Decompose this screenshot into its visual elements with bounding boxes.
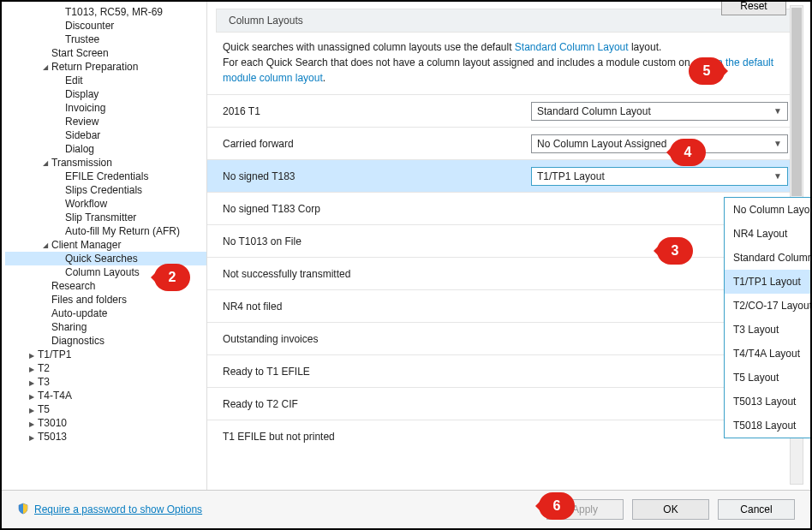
tree-item[interactable]: Sharing: [5, 320, 206, 334]
quick-search-label: Ready to T1 EFILE: [223, 366, 793, 378]
tree-item[interactable]: Slips Credentials: [5, 183, 206, 197]
tree-item[interactable]: Start Screen: [5, 46, 206, 60]
column-layout-dropdown[interactable]: No Column Layout AssignedNR4 LayoutStand…: [724, 197, 810, 438]
dropdown-option[interactable]: T3 Layout: [725, 318, 810, 342]
tree-item[interactable]: T2: [5, 361, 206, 375]
caret-closed-icon[interactable]: [29, 348, 38, 360]
dropdown-option[interactable]: Standard Column Layout: [725, 246, 810, 270]
tree-item[interactable]: Dialog: [5, 142, 206, 156]
tree-item-label: Edit: [65, 74, 83, 86]
require-password-link[interactable]: Require a password to show Options: [34, 503, 202, 515]
tree-item-label: Invoicing: [65, 102, 105, 114]
callout-4: 4: [670, 139, 706, 166]
callout-5: 5: [689, 57, 725, 85]
options-tree[interactable]: T1013, RC59, MR-69DiscounterTrusteeStart…: [2, 2, 207, 490]
callout-2: 2: [154, 264, 190, 291]
tree-item-label: Slips Credentials: [65, 184, 142, 196]
tree-item-label: Auto-update: [51, 307, 107, 319]
tree-item[interactable]: Display: [5, 87, 206, 101]
tree-item[interactable]: Auto-fill My Return (AFR): [5, 224, 206, 238]
tree-item-label: T3010: [38, 417, 67, 429]
quick-search-label: Ready to T2 CIF: [223, 398, 793, 410]
tree-item-label: Quick Searches: [65, 253, 138, 265]
dropdown-option[interactable]: T5 Layout: [725, 366, 810, 390]
caret-closed-icon[interactable]: [29, 376, 38, 388]
quick-search-label: Outstanding invoices: [223, 333, 793, 345]
caret-open-icon[interactable]: [43, 61, 51, 73]
tree-item-label: T5: [38, 403, 50, 415]
callout-6: 6: [539, 492, 575, 520]
reset-button[interactable]: Reset: [721, 2, 786, 15]
shield-icon: [17, 503, 29, 517]
tree-item[interactable]: Workflow: [5, 197, 206, 211]
quick-search-row: T1 EFILE but not printed: [207, 420, 793, 452]
select-value: Standard Column Layout: [537, 105, 651, 117]
tree-item[interactable]: T1013, RC59, MR-69: [5, 5, 206, 19]
tree-item-label: T1/TP1: [38, 348, 71, 360]
caret-closed-icon[interactable]: [29, 362, 38, 374]
column-layout-select[interactable]: T1/TP1 Layout▼: [531, 167, 788, 186]
select-value: No Column Layout Assigned: [537, 138, 666, 150]
quick-search-label: Not successfully transmitted: [223, 268, 793, 280]
tree-item[interactable]: T5013: [5, 430, 206, 444]
tree-item[interactable]: Client Manager: [5, 238, 206, 252]
tree-item[interactable]: Invoicing: [5, 101, 206, 115]
tree-item-label: T2: [38, 362, 50, 374]
caret-open-icon[interactable]: [43, 239, 51, 251]
tree-item-label: Column Layouts: [65, 266, 140, 278]
tree-item[interactable]: Review: [5, 115, 206, 128]
caret-closed-icon[interactable]: [29, 431, 38, 443]
tree-item-label: Research: [51, 280, 95, 292]
section-title: Column Layouts: [216, 9, 802, 33]
select-value: T1/TP1 Layout: [537, 170, 605, 182]
tree-item-label: T1013, RC59, MR-69: [65, 6, 163, 18]
content-pane: Reset Column Layouts Quick searches with…: [207, 2, 810, 490]
dropdown-option[interactable]: T4/T4A Layout: [725, 342, 810, 366]
tree-item[interactable]: Auto-update: [5, 307, 206, 320]
tree-item[interactable]: Trustee: [5, 33, 206, 46]
dropdown-option[interactable]: T1/TP1 Layout: [725, 270, 810, 294]
quick-search-row: NR4 not filed: [207, 289, 793, 322]
tree-item[interactable]: Diagnostics: [5, 334, 206, 348]
caret-closed-icon[interactable]: [29, 403, 38, 415]
tree-item-label: Workflow: [65, 198, 107, 210]
tree-item[interactable]: T1/TP1: [5, 348, 206, 361]
cancel-button[interactable]: Cancel: [718, 499, 795, 520]
ok-button[interactable]: OK: [632, 499, 709, 520]
dropdown-option[interactable]: No Column Layout Assigned: [725, 198, 810, 222]
tree-item-label: Discounter: [65, 20, 114, 32]
tree-item[interactable]: Slip Transmitter: [5, 211, 206, 224]
tree-item[interactable]: T3010: [5, 416, 206, 430]
quick-search-row: No T1013 on File: [207, 224, 793, 257]
quick-search-label: No T1013 on File: [223, 235, 793, 247]
tree-item[interactable]: Edit: [5, 74, 206, 87]
quick-search-row: No signed T183T1/TP1 Layout▼: [207, 159, 793, 192]
dropdown-option[interactable]: T5013 Layout: [725, 390, 810, 414]
quick-search-label: NR4 not filed: [223, 301, 793, 313]
tree-item-label: Auto-fill My Return (AFR): [65, 225, 180, 237]
dropdown-option[interactable]: NR4 Layout: [725, 222, 810, 246]
tree-item-label: Sharing: [51, 321, 87, 333]
caret-closed-icon[interactable]: [29, 417, 38, 429]
quick-search-label: 2016 T1: [223, 105, 531, 117]
tree-item[interactable]: Discounter: [5, 19, 206, 33]
column-layout-select[interactable]: Standard Column Layout▼: [531, 102, 788, 121]
tree-item[interactable]: EFILE Credentials: [5, 170, 206, 183]
dropdown-option[interactable]: T5018 Layout: [725, 414, 810, 438]
tree-item[interactable]: Sidebar: [5, 128, 206, 142]
caret-open-icon[interactable]: [43, 157, 51, 169]
tree-item-label: Display: [65, 88, 99, 100]
tree-item[interactable]: T4-T4A: [5, 389, 206, 402]
tree-item[interactable]: Return Preparation: [5, 60, 206, 74]
tree-item[interactable]: T3: [5, 375, 206, 389]
chevron-down-icon: ▼: [773, 171, 782, 181]
tree-item[interactable]: Files and folders: [5, 293, 206, 307]
tree-item[interactable]: T5: [5, 402, 206, 416]
tree-item-label: Transmission: [51, 157, 112, 169]
dropdown-option[interactable]: T2/CO-17 Layout: [725, 294, 810, 318]
tree-item[interactable]: Transmission: [5, 156, 206, 170]
quick-search-row: Ready to T1 EFILE: [207, 354, 793, 387]
tree-item-label: Trustee: [65, 33, 99, 45]
caret-closed-icon[interactable]: [29, 390, 38, 402]
standard-column-layout-link[interactable]: Standard Column Layout: [515, 41, 629, 53]
